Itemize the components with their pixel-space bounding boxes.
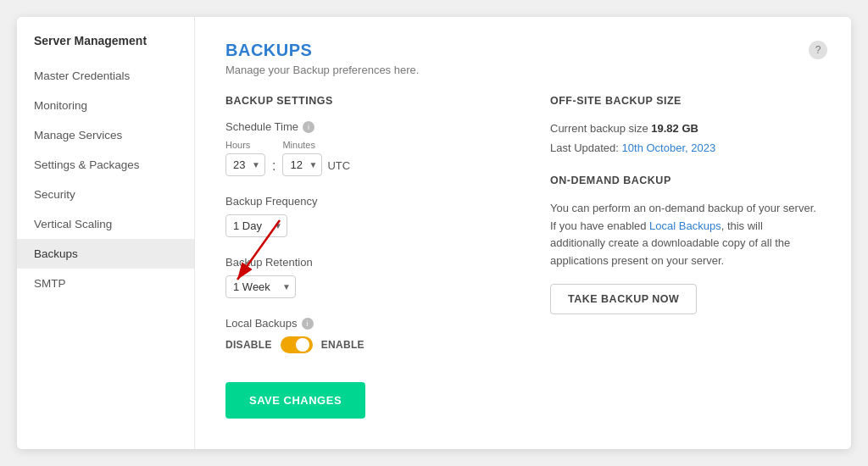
backup-retention-select[interactable]: 1 Week 2 Weeks 1 Month: [225, 275, 296, 298]
local-backups-toggle[interactable]: [281, 336, 313, 353]
utc-label: UTC: [327, 144, 350, 172]
schedule-time-label: Schedule Time i: [225, 120, 513, 133]
ondemand-description: You can perform an on-demand backup of y…: [550, 200, 821, 270]
backup-retention-group: Backup Retention 1 Week 2 Weeks 1 Month …: [225, 256, 513, 298]
backup-frequency-group: Backup Frequency 1 Day 2 Days 7 Days ▼: [225, 195, 513, 237]
main-content: BACKUPS Manage your Backup preferences h…: [195, 17, 851, 449]
page-subtitle: Manage your Backup preferences here.: [225, 64, 821, 76]
sidebar-item-settings-packages[interactable]: Settings & Packages: [17, 150, 194, 180]
time-row: Hours 23 0123 4567 891011 12131415 16171…: [225, 140, 513, 176]
page-header: BACKUPS Manage your Backup preferences h…: [225, 41, 821, 76]
minutes-select[interactable]: 12 051015 20253035 40455055: [282, 153, 322, 176]
right-panel: OFF-SITE BACKUP SIZE Current backup size…: [533, 95, 821, 419]
offsite-size-text: Current backup size 19.82 GB: [550, 120, 821, 138]
hours-select[interactable]: 23 0123 4567 891011 12131415 16171819 20…: [225, 153, 265, 176]
local-backups-label: Local Backups i: [225, 317, 513, 330]
offsite-size-value: 19.82 GB: [651, 122, 698, 135]
take-backup-now-button[interactable]: TAKE BACKUP NOW: [550, 284, 697, 314]
backup-frequency-label: Backup Frequency: [225, 195, 513, 208]
minutes-col: Minutes 12 051015 20253035 40455055 ▼: [282, 140, 322, 176]
disable-label: DISABLE: [225, 339, 272, 351]
hours-label: Hours: [225, 140, 265, 150]
ondemand-section-title: ON-DEMAND BACKUP: [550, 175, 821, 186]
last-updated: Last Updated: 10th October, 2023: [550, 141, 821, 154]
backup-retention-label: Backup Retention: [225, 256, 513, 269]
last-updated-date[interactable]: 10th October, 2023: [622, 141, 716, 154]
toggle-row: DISABLE ENABLE: [225, 336, 513, 353]
backup-retention-select-wrap: 1 Week 2 Weeks 1 Month ▼: [225, 275, 296, 298]
sidebar-item-manage-services[interactable]: Manage Services: [17, 120, 194, 150]
offsite-section-title: OFF-SITE BACKUP SIZE: [550, 95, 821, 107]
hours-col: Hours 23 0123 4567 891011 12131415 16171…: [225, 140, 265, 176]
page-title: BACKUPS: [225, 41, 821, 60]
enable-label: ENABLE: [321, 339, 364, 351]
toggle-slider: [281, 336, 313, 353]
backup-settings-title: BACKUP SETTINGS: [225, 95, 513, 107]
sidebar-item-master-credentials[interactable]: Master Credentials: [17, 61, 194, 91]
sidebar-title: Server Management: [17, 34, 194, 61]
save-changes-button[interactable]: SAVE CHANGES: [225, 382, 365, 419]
sidebar: Server Management Master Credentials Mon…: [17, 17, 195, 449]
sidebar-item-monitoring[interactable]: Monitoring: [17, 91, 194, 120]
hours-select-wrap: 23 0123 4567 891011 12131415 16171819 20…: [225, 153, 265, 176]
sidebar-item-vertical-scaling[interactable]: Vertical Scaling: [17, 209, 194, 239]
local-backups-info-icon[interactable]: i: [302, 318, 314, 330]
minutes-label: Minutes: [282, 140, 322, 150]
schedule-time-info-icon[interactable]: i: [303, 121, 314, 133]
help-icon[interactable]: ?: [809, 41, 827, 59]
content-grid: BACKUP SETTINGS Schedule Time i Hours 23: [225, 95, 821, 419]
ondemand-section: ON-DEMAND BACKUP You can perform an on-d…: [550, 175, 821, 314]
sidebar-item-security[interactable]: Security: [17, 180, 194, 209]
backup-settings-panel: BACKUP SETTINGS Schedule Time i Hours 23: [225, 95, 513, 419]
schedule-time-group: Schedule Time i Hours 23 0123 4567: [225, 120, 513, 176]
time-separator: :: [272, 143, 275, 174]
minutes-select-wrap: 12 051015 20253035 40455055 ▼: [282, 153, 322, 176]
sidebar-item-backups[interactable]: Backups: [17, 239, 194, 269]
backup-frequency-select-wrap: 1 Day 2 Days 7 Days ▼: [225, 214, 287, 237]
sidebar-item-smtp[interactable]: SMTP: [17, 269, 194, 298]
local-backups-group: Local Backups i DISABLE ENABLE: [225, 317, 513, 353]
backup-frequency-select[interactable]: 1 Day 2 Days 7 Days: [225, 214, 287, 237]
local-backups-link[interactable]: Local Backups: [649, 219, 721, 232]
